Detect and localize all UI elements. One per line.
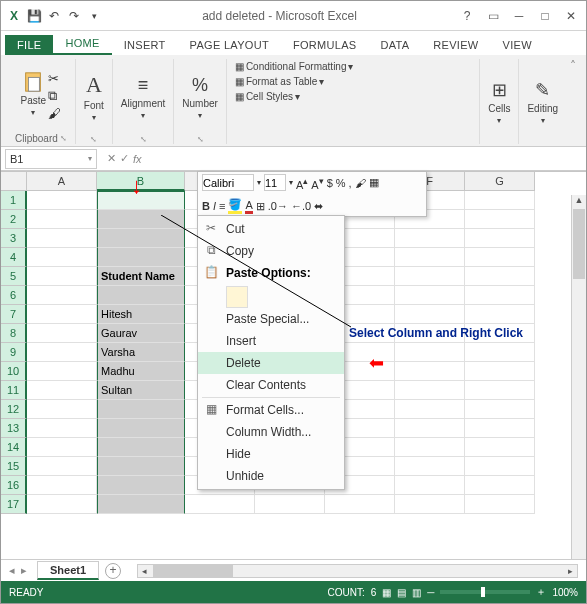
tab-view[interactable]: VIEW (491, 35, 544, 55)
row-header[interactable]: 1 (1, 191, 27, 210)
decimal-inc-icon[interactable]: .0→ (268, 200, 288, 212)
tab-pagelayout[interactable]: PAGE LAYOUT (178, 35, 281, 55)
font-launcher-icon[interactable]: ⤡ (90, 135, 97, 144)
percent-icon[interactable]: % (336, 177, 346, 189)
scroll-thumb[interactable] (573, 209, 585, 279)
cell[interactable] (27, 495, 97, 514)
zoom-slider[interactable] (440, 590, 530, 594)
row-header[interactable]: 12 (1, 400, 27, 419)
row-header[interactable]: 8 (1, 324, 27, 343)
view-break-icon[interactable]: ▥ (412, 587, 421, 598)
cell[interactable]: Sultan (97, 381, 185, 400)
editing-button[interactable]: ✎Editing▾ (527, 79, 558, 125)
clipboard-launcher-icon[interactable]: ⤡ (60, 134, 67, 143)
tab-file[interactable]: FILE (5, 35, 53, 55)
row-header[interactable]: 16 (1, 476, 27, 495)
cell[interactable] (97, 457, 185, 476)
fill-color-icon[interactable]: 🪣 (228, 198, 242, 214)
cell[interactable] (395, 495, 465, 514)
cell[interactable] (395, 305, 465, 324)
row-header[interactable]: 9 (1, 343, 27, 362)
cell[interactable] (27, 305, 97, 324)
cell[interactable] (27, 476, 97, 495)
comma-icon[interactable]: , (349, 177, 352, 189)
context-menu-item[interactable]: Unhide (198, 465, 344, 487)
cell[interactable] (27, 229, 97, 248)
cell[interactable] (97, 400, 185, 419)
cell[interactable] (395, 229, 465, 248)
cell[interactable] (465, 400, 535, 419)
cell[interactable] (465, 229, 535, 248)
row-header[interactable]: 14 (1, 438, 27, 457)
copy-icon[interactable]: ⧉ (48, 88, 61, 104)
horizontal-scrollbar[interactable]: ◂ ▸ (137, 564, 578, 578)
cell[interactable] (395, 476, 465, 495)
context-menu-item[interactable]: Clear Contents (198, 374, 344, 396)
format-as-table-button[interactable]: ▦ Format as Table ▾ (235, 74, 354, 89)
scroll-up-icon[interactable]: ▲ (572, 195, 586, 208)
cell[interactable] (27, 267, 97, 286)
font-color-icon[interactable]: A (245, 199, 252, 214)
scroll-right-icon[interactable]: ▸ (564, 566, 577, 576)
cell[interactable] (465, 438, 535, 457)
number-launcher-icon[interactable]: ⤡ (197, 135, 204, 144)
row-header[interactable]: 6 (1, 286, 27, 305)
qat-customize-icon[interactable]: ▾ (85, 7, 103, 25)
cell[interactable] (27, 381, 97, 400)
borders2-icon[interactable]: ⊞ (256, 200, 265, 213)
ribbon-display-icon[interactable]: ▭ (482, 5, 504, 27)
row-header[interactable]: 2 (1, 210, 27, 229)
cell[interactable] (27, 400, 97, 419)
redo-icon[interactable]: ↷ (65, 7, 83, 25)
vertical-scrollbar[interactable]: ▲ (571, 195, 586, 559)
cell[interactable] (395, 248, 465, 267)
enter-icon[interactable]: ✓ (120, 152, 129, 165)
tab-insert[interactable]: INSERT (112, 35, 178, 55)
cell[interactable] (27, 457, 97, 476)
cell[interactable] (465, 495, 535, 514)
cell[interactable] (97, 495, 185, 514)
row-header[interactable]: 17 (1, 495, 27, 514)
italic-icon[interactable]: I (213, 200, 216, 212)
font-button[interactable]: AFont▾ (84, 72, 104, 122)
cell[interactable] (395, 400, 465, 419)
cell[interactable] (465, 419, 535, 438)
cell[interactable] (395, 419, 465, 438)
cell[interactable] (27, 191, 97, 210)
cell[interactable] (465, 305, 535, 324)
fx-icon[interactable]: fx (133, 153, 142, 165)
context-menu-item[interactable]: Delete⬅ (198, 352, 344, 374)
undo-icon[interactable]: ↶ (45, 7, 63, 25)
new-sheet-button[interactable]: + (105, 563, 121, 579)
collapse-ribbon-icon[interactable]: ˄ (566, 59, 580, 144)
decimal-dec-icon[interactable]: ←.0 (291, 200, 311, 212)
cell[interactable] (395, 381, 465, 400)
merge-icon[interactable]: ⬌ (314, 200, 323, 213)
paste-button[interactable]: Paste▾ (21, 71, 47, 121)
sheet-tab[interactable]: Sheet1 (37, 561, 99, 580)
tab-data[interactable]: DATA (368, 35, 421, 55)
row-header[interactable]: 4 (1, 248, 27, 267)
cell[interactable] (395, 286, 465, 305)
tab-formulas[interactable]: FORMULAS (281, 35, 369, 55)
cell[interactable] (97, 476, 185, 495)
cancel-icon[interactable]: ✕ (107, 152, 116, 165)
accounting-icon[interactable]: $ (327, 177, 333, 189)
cell[interactable] (395, 362, 465, 381)
context-menu-item[interactable]: Hide (198, 443, 344, 465)
close-icon[interactable]: ✕ (560, 5, 582, 27)
view-layout-icon[interactable]: ▤ (397, 587, 406, 598)
cells-button[interactable]: ⊞Cells▾ (488, 79, 510, 125)
row-header[interactable]: 3 (1, 229, 27, 248)
context-menu-item[interactable]: ▦Format Cells... (198, 399, 344, 421)
row-header[interactable]: 13 (1, 419, 27, 438)
cell[interactable] (27, 286, 97, 305)
row-header[interactable]: 11 (1, 381, 27, 400)
cell[interactable] (395, 457, 465, 476)
cell[interactable] (465, 476, 535, 495)
cell[interactable] (27, 343, 97, 362)
cell[interactable] (97, 438, 185, 457)
cell[interactable] (97, 419, 185, 438)
conditional-formatting-button[interactable]: ▦ Conditional Formatting ▾ (235, 59, 354, 74)
cell[interactable] (395, 343, 465, 362)
